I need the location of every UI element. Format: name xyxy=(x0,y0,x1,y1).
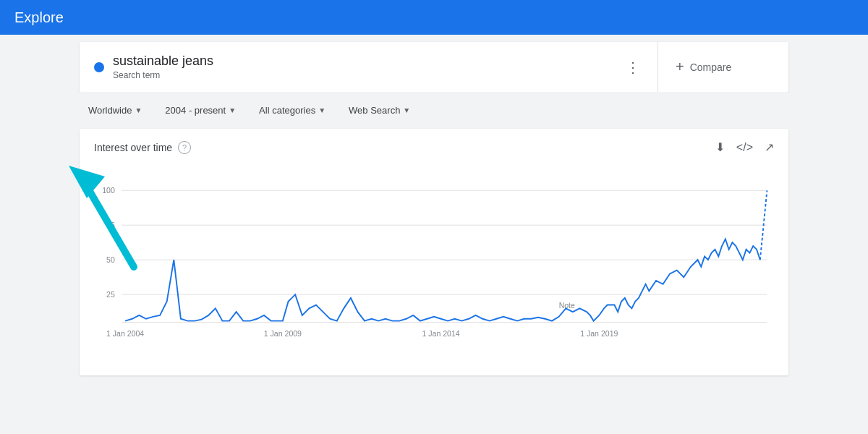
search-type-chevron-icon: ▼ xyxy=(403,106,410,114)
search-type-filter[interactable]: Web Search ▼ xyxy=(340,101,419,120)
geography-chevron-icon: ▼ xyxy=(135,106,142,114)
filters-row: Worldwide ▼ 2004 - present ▼ All categor… xyxy=(80,92,788,129)
compare-button[interactable]: + Compare xyxy=(658,42,788,92)
geography-filter[interactable]: Worldwide ▼ xyxy=(80,101,150,120)
chart-title: Interest over time xyxy=(94,142,172,153)
chart-container: 100 75 50 25 1 Jan 2004 1 Jan 2009 1 Jan… xyxy=(94,166,774,364)
geography-label: Worldwide xyxy=(88,105,132,116)
main-content: sustainable jeans Search term ⋮ + Compar… xyxy=(0,35,868,383)
search-term-name: sustainable jeans xyxy=(113,54,623,69)
search-term-section: sustainable jeans Search term ⋮ xyxy=(80,42,658,92)
search-card: sustainable jeans Search term ⋮ + Compar… xyxy=(80,42,788,92)
search-type-label: Web Search xyxy=(349,105,400,116)
help-icon[interactable]: ? xyxy=(178,141,191,154)
svg-text:75: 75 xyxy=(106,221,115,229)
search-term-label: Search term xyxy=(113,70,623,80)
chart-header: Interest over time ? ⬇ </> ↗ xyxy=(94,140,774,154)
category-chevron-icon: ▼ xyxy=(318,106,326,114)
time-filter[interactable]: 2004 - present ▼ xyxy=(156,101,244,120)
svg-text:100: 100 xyxy=(102,186,115,195)
svg-text:1 Jan 2009: 1 Jan 2009 xyxy=(264,329,302,338)
chart-wrapper: Interest over time ? ⬇ </> ↗ xyxy=(80,129,788,375)
share-icon[interactable]: ↗ xyxy=(765,140,774,154)
app-header: Explore xyxy=(0,0,868,35)
chart-title-area: Interest over time ? xyxy=(94,141,191,154)
time-label: 2004 - present xyxy=(165,105,226,116)
term-color-dot xyxy=(94,62,104,72)
svg-text:50: 50 xyxy=(106,255,115,264)
trend-chart: 100 75 50 25 1 Jan 2004 1 Jan 2009 1 Jan… xyxy=(94,166,774,361)
embed-icon[interactable]: </> xyxy=(736,141,753,154)
category-label: All categories xyxy=(259,105,315,116)
svg-text:1 Jan 2014: 1 Jan 2014 xyxy=(422,329,459,338)
search-term-text: sustainable jeans Search term xyxy=(113,54,623,80)
more-options-icon[interactable]: ⋮ xyxy=(623,56,643,79)
category-filter[interactable]: All categories ▼ xyxy=(250,101,334,120)
compare-label: Compare xyxy=(690,61,732,73)
svg-text:1 Jan 2019: 1 Jan 2019 xyxy=(580,329,618,338)
app-title: Explore xyxy=(14,9,64,26)
svg-text:25: 25 xyxy=(106,290,115,299)
chart-actions: ⬇ </> ↗ xyxy=(715,140,774,154)
download-icon[interactable]: ⬇ xyxy=(715,140,725,154)
svg-text:1 Jan 2004: 1 Jan 2004 xyxy=(106,329,144,338)
time-chevron-icon: ▼ xyxy=(229,106,236,114)
chart-card: Interest over time ? ⬇ </> ↗ xyxy=(80,129,788,375)
plus-icon: + xyxy=(676,59,684,75)
